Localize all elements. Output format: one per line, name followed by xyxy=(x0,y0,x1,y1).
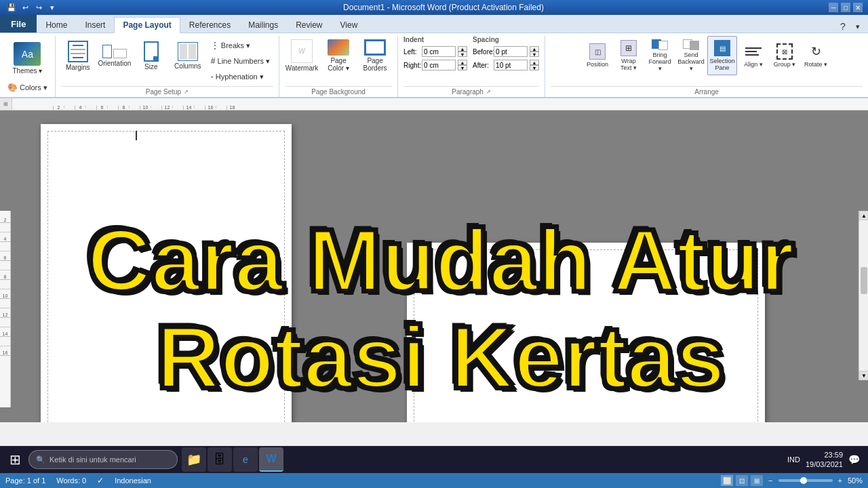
minimize-ribbon-btn[interactable]: ▾ xyxy=(852,20,864,33)
size-button[interactable]: Size xyxy=(134,36,168,75)
print-layout-btn[interactable]: ⬜ xyxy=(721,475,733,486)
themes-button[interactable]: Aa Themes ▾ xyxy=(10,39,44,78)
close-button[interactable]: ✕ xyxy=(853,3,863,12)
scroll-thumb[interactable] xyxy=(861,267,867,294)
taskbar-language: IND xyxy=(787,455,800,464)
rotate-button[interactable]: ↻ Rotate ▾ xyxy=(801,36,831,75)
tab-mailings[interactable]: Mailings xyxy=(239,17,287,33)
web-layout-btn[interactable]: ⊞ xyxy=(751,475,763,486)
taskbar-app-files[interactable]: 🗄 xyxy=(208,447,232,472)
zoom-slider[interactable] xyxy=(778,479,833,482)
ruler-corner: ⊞ xyxy=(0,98,12,110)
indent-left-up[interactable]: ▲ xyxy=(458,46,467,52)
zoom-level: 50% xyxy=(848,476,863,485)
margins-icon xyxy=(68,41,88,62)
tab-page-layout[interactable]: Page Layout xyxy=(114,17,180,33)
undo-quick-btn[interactable]: ↩ xyxy=(19,1,31,14)
orientation-button[interactable]: Orientation xyxy=(98,36,132,75)
ruler-mark xyxy=(129,106,140,108)
ruler-mark xyxy=(85,106,96,108)
colors-button[interactable]: 🎨 Colors ▾ xyxy=(4,81,51,94)
tab-insert[interactable]: Insert xyxy=(76,17,114,33)
breaks-button[interactable]: ⋮ Breaks ▾ xyxy=(208,39,273,52)
themes-icon: Aa xyxy=(14,42,41,66)
paragraph-expand-icon[interactable]: ↗ xyxy=(486,89,491,95)
vertical-scrollbar[interactable]: ▲ ▼ xyxy=(859,211,868,380)
spacing-before-down[interactable]: ▼ xyxy=(530,52,539,57)
spacing-before-up[interactable]: ▲ xyxy=(530,46,539,52)
scroll-up-arrow[interactable]: ▲ xyxy=(859,211,868,220)
tab-file[interactable]: File xyxy=(0,15,37,33)
selection-pane-label: Selection Pane xyxy=(709,58,735,71)
spacing-before-spinner[interactable]: ▲▼ xyxy=(530,46,539,57)
tab-home[interactable]: Home xyxy=(37,17,76,33)
spacing-after-row: After: ▲▼ xyxy=(473,60,539,70)
indent-left-spinner[interactable]: ▲▼ xyxy=(458,46,467,57)
minimize-button[interactable]: ─ xyxy=(829,3,838,12)
spacing-after-input[interactable] xyxy=(494,60,528,70)
tab-view[interactable]: View xyxy=(332,17,367,33)
taskbar-app-edge[interactable]: e xyxy=(233,447,258,472)
page-info: Page: 1 of 1 xyxy=(5,476,45,485)
page-borders-icon xyxy=(364,39,386,56)
page-landscape-inner xyxy=(414,249,758,422)
redo-quick-btn[interactable]: ↪ xyxy=(33,1,45,14)
zoom-in-btn[interactable]: + xyxy=(838,476,842,485)
spacing-after-down[interactable]: ▼ xyxy=(530,65,539,70)
ruler-mark xyxy=(172,106,183,108)
position-button[interactable]: ◫ Position xyxy=(583,36,612,75)
scroll-track[interactable] xyxy=(859,220,868,371)
indent-right-down[interactable]: ▼ xyxy=(458,65,467,70)
page-borders-button[interactable]: Page Borders xyxy=(358,36,392,75)
indent-left-down[interactable]: ▼ xyxy=(458,52,467,57)
taskbar: ⊞ 🔍 Ketik di sini untuk mencari 📁 🗄 e W … xyxy=(0,446,868,473)
help-btn[interactable]: ? xyxy=(837,20,849,33)
ruler-mark: 4 xyxy=(75,106,85,110)
window-controls: ─ □ ✕ xyxy=(829,3,863,12)
ruler-mark: 10 xyxy=(140,106,151,110)
indent-right-spinner[interactable]: ▲▼ xyxy=(458,60,467,70)
line-numbers-button[interactable]: # Line Numbers ▾ xyxy=(208,54,273,68)
spelling-icon: ✓ xyxy=(97,476,104,485)
taskbar-app-word[interactable]: W xyxy=(259,447,283,472)
group-button[interactable]: ⊠ Group ▾ xyxy=(770,36,800,75)
spacing-after-up[interactable]: ▲ xyxy=(530,60,539,65)
taskbar-search[interactable]: 🔍 Ketik di sini untuk mencari xyxy=(28,450,178,469)
qa-dropdown[interactable]: ▾ xyxy=(46,1,58,14)
search-placeholder: Ketik di sini untuk mencari xyxy=(50,455,136,464)
language-indicator[interactable]: Indonesian xyxy=(115,476,151,485)
margins-button[interactable]: Margins xyxy=(61,36,95,75)
bring-forward-button[interactable]: Bring Forward ▾ xyxy=(645,36,675,75)
restore-button[interactable]: □ xyxy=(841,3,850,12)
scroll-down-arrow[interactable]: ▼ xyxy=(859,371,868,380)
ruler-marks: 2 4 6 8 10 12 14 16 18 xyxy=(53,106,237,110)
page-setup-expand-icon[interactable]: ↗ xyxy=(184,89,189,95)
tab-references[interactable]: References xyxy=(180,17,239,33)
tab-review[interactable]: Review xyxy=(287,17,331,33)
notification-icon[interactable]: 💬 xyxy=(848,454,860,465)
align-button[interactable]: Align ▾ xyxy=(738,36,768,75)
start-button[interactable]: ⊞ xyxy=(3,447,27,472)
wrap-text-button[interactable]: ⊞ Wrap Text ▾ xyxy=(614,36,644,75)
watermark-button[interactable]: W Watermark xyxy=(285,36,319,75)
zoom-out-btn[interactable]: − xyxy=(768,476,772,485)
indent-right-up[interactable]: ▲ xyxy=(458,60,467,65)
colors-label: Colors ▾ xyxy=(20,83,47,92)
after-label: After: xyxy=(473,62,492,69)
indent-left-input[interactable] xyxy=(422,46,456,57)
save-quick-btn[interactable]: 💾 xyxy=(5,1,18,14)
columns-button[interactable]: Columns xyxy=(171,36,205,75)
selection-pane-button[interactable]: ▤ Selection Pane xyxy=(707,36,737,75)
spacing-before-input[interactable] xyxy=(494,46,528,57)
taskbar-app-explorer[interactable]: 📁 xyxy=(182,447,206,472)
v-ruler-mark xyxy=(0,280,10,289)
send-backward-button[interactable]: Send Backward ▾ xyxy=(676,36,706,75)
full-screen-btn[interactable]: ⊡ xyxy=(736,475,748,486)
spacing-after-spinner[interactable]: ▲▼ xyxy=(530,60,539,70)
page-color-button[interactable]: Page Color ▾ xyxy=(321,36,355,75)
hyphenation-button[interactable]: - Hyphenation ▾ xyxy=(208,70,273,83)
page-bg-content: W Watermark Page Color ▾ Page Borders xyxy=(285,36,392,86)
indent-right-input[interactable] xyxy=(422,60,456,70)
v-ruler-mark xyxy=(0,261,10,270)
ruler-mark xyxy=(107,106,118,108)
